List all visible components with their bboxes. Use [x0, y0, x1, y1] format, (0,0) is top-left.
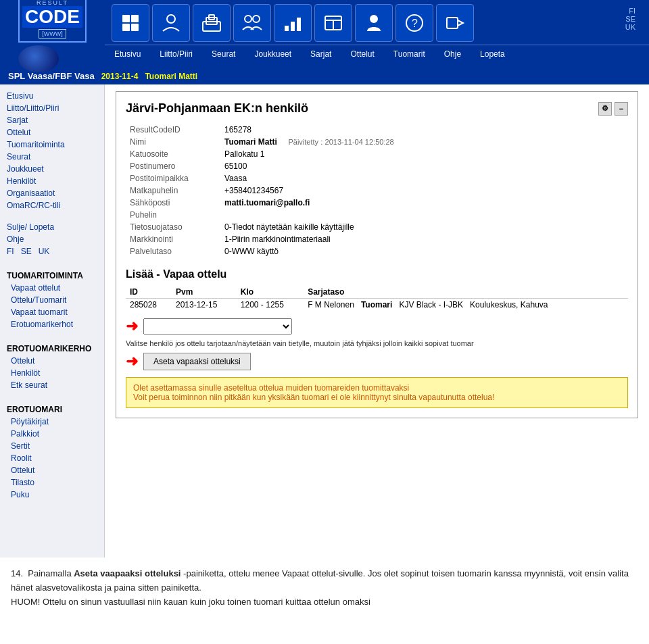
aseta-vapaaksi-button[interactable]: Aseta vapaaksi otteluksi [143, 353, 251, 370]
sidebar-erotuomari-ottelut[interactable]: Ottelut [0, 464, 104, 476]
svg-point-8 [245, 16, 251, 22]
match-sarjataso: F M Nelonen Tuomari KJV Black - I-JBK Ko… [304, 299, 628, 312]
nav-tuomarit[interactable]: Tuomarit [384, 45, 435, 63]
lang-uk[interactable]: UK [625, 23, 635, 31]
svg-point-16 [370, 15, 378, 23]
sidebar-roolit[interactable]: Roolit [0, 452, 104, 464]
sidebar-etk-henkilot[interactable]: Henkilöt [0, 367, 104, 379]
nav-ohje[interactable]: Ohje [435, 45, 471, 63]
nav-joukkueet[interactable]: Joukkueet [245, 45, 301, 63]
nav-etusivu[interactable]: Etusivu [105, 45, 150, 63]
sidebar-seurat[interactable]: Seurat [0, 151, 104, 163]
sidebar-sarjat[interactable]: Sarjat [0, 114, 104, 126]
nav-liitto[interactable]: Liitto/Piiri [150, 45, 202, 63]
footer-paragraph: 14. Painamalla Aseta vaapaaksi otteluksi… [11, 567, 638, 609]
lang-se[interactable]: SE [625, 15, 635, 23]
tuomarit-icon [362, 11, 386, 35]
header: RESULT CODE [WWW] [0, 0, 649, 68]
label-katuosoite: Katuosoite [126, 148, 220, 160]
sidebar-sertit[interactable]: Sertit [0, 440, 104, 452]
sidebar-liitto[interactable]: Liitto/Liitto/Piiri [0, 102, 104, 114]
nav-lopeta[interactable]: Lopeta [471, 45, 514, 63]
button-row: ➜ Aseta vapaaksi otteluksi [126, 353, 628, 370]
nav-seurat[interactable]: Seurat [202, 45, 245, 63]
value-postitoimipaikka: Vaasa [220, 172, 628, 184]
sidebar-sulje[interactable]: Sulje/ Lopeta [0, 221, 104, 233]
page-title: Järvi-Pohjanmaan EK:n henkilö [126, 101, 308, 116]
svg-rect-3 [131, 24, 139, 31]
label-markkinointi: Markkinointi [126, 233, 220, 245]
person-dropdown[interactable] [143, 318, 292, 335]
nav-icon-ohje[interactable]: ? [395, 4, 433, 42]
sidebar: Etusivu Liitto/Liitto/Piiri Sarjat Ottel… [0, 84, 105, 558]
table-row: Postitoimipaikka Vaasa [126, 172, 628, 184]
sidebar-omarc[interactable]: OmaRC/RC-tili [0, 199, 104, 212]
svg-point-9 [253, 16, 260, 22]
title-icon-group: ⚙ − [598, 102, 628, 116]
nav-icon-lopeta[interactable] [436, 4, 474, 42]
nav-icon-tuomarit[interactable] [355, 4, 393, 42]
sidebar-etk-ottelut[interactable]: Ottelut [0, 355, 104, 367]
sidebar-henkilot[interactable]: Henkilöt [0, 175, 104, 187]
value-sahkoposti: matti.tuomari@pallo.fi [220, 197, 628, 209]
etusivu-icon [118, 11, 143, 35]
label-postitoimipaikka: Postitoimipaikka [126, 172, 220, 184]
value-puhelin [220, 209, 628, 221]
value-resultcodeid: 165278 [220, 124, 628, 136]
minimize-icon-btn[interactable]: − [615, 102, 628, 116]
sidebar-poytakirjat[interactable]: Pöytäkirjat [0, 416, 104, 428]
logo-code-text: CODE [22, 6, 82, 28]
svg-rect-12 [297, 18, 301, 31]
sidebar-etk-seurat[interactable]: Etk seurat [0, 379, 104, 391]
sidebar-organisaatiot[interactable]: Organisaatiot [0, 187, 104, 199]
sidebar-palkkiot[interactable]: Palkkiot [0, 428, 104, 440]
label-sahkoposti: Sähköposti [126, 197, 220, 209]
sidebar-ohje[interactable]: Ohje [0, 233, 104, 245]
nimi-value: Tuomari Matti [224, 137, 277, 147]
sidebar-ottelut[interactable]: Ottelut [0, 126, 104, 139]
sidebar-tuomaritoiminta[interactable]: Tuomaritoiminta [0, 139, 104, 151]
ottelut-icon [321, 11, 345, 35]
nav-icon-etusivu[interactable] [112, 4, 149, 42]
sidebar-puku[interactable]: Puku [0, 489, 104, 501]
table-row: Palvelutaso 0-WWW käyttö [126, 245, 628, 257]
table-row: Markkinointi 1-Piirin markkinointimateri… [126, 233, 628, 245]
content-title-row: Järvi-Pohjanmaan EK:n henkilö ⚙ − [126, 101, 628, 116]
nav-ottelut[interactable]: Ottelut [341, 45, 383, 63]
svg-point-4 [167, 15, 175, 23]
svg-rect-1 [131, 15, 139, 22]
table-row: Postinumero 65100 [126, 160, 628, 172]
svg-rect-19 [447, 18, 458, 28]
svg-text:?: ? [412, 18, 418, 29]
match-table-header-row: ID Pvm Klo Sarjataso [126, 286, 628, 299]
main-layout: Etusivu Liitto/Liitto/Piiri Sarjat Ottel… [0, 84, 649, 558]
red-arrow-icon: ➜ [126, 318, 138, 335]
match-table: ID Pvm Klo Sarjataso 285028 2013-12-15 1… [126, 286, 628, 311]
updated-label: Päivitetty : [288, 138, 322, 146]
liitto-icon [159, 11, 183, 35]
settings-icon-btn[interactable]: ⚙ [598, 102, 612, 116]
nav-sarjat[interactable]: Sarjat [301, 45, 341, 63]
sidebar-vapaat-ottelut[interactable]: Vapaat ottelut [0, 282, 104, 294]
nav-icon-seurat[interactable] [193, 4, 231, 42]
warning-line2: Voit perua toiminnon niin pitkään kun yk… [133, 393, 621, 402]
content-box: Järvi-Pohjanmaan EK:n henkilö ⚙ − Result… [116, 91, 638, 418]
sidebar-etusivu[interactable]: Etusivu [0, 90, 104, 102]
nav-icon-sarjat[interactable] [274, 4, 312, 42]
nav-icon-joukkueet[interactable] [233, 4, 271, 42]
sidebar-erotuomarikerhot[interactable]: Erotuomarikerhot [0, 318, 104, 330]
nav-icon-liitto[interactable] [152, 4, 190, 42]
sidebar-ottelu-tuomarit[interactable]: Ottelu/Tuomarit [0, 294, 104, 306]
sidebar-section-erotuomarikerho: EROTUOMARIKERHO [0, 340, 104, 355]
nav-top: ? FI SE UK Etusivu Liitto/Piiri Seurat [105, 0, 649, 68]
sidebar-tilasto[interactable]: Tilasto [0, 476, 104, 489]
sidebar-vapaat-tuomarit[interactable]: Vapaat tuomarit [0, 306, 104, 318]
col-pvm: Pvm [172, 286, 237, 299]
logo-area: RESULT CODE [WWW] [0, 0, 105, 68]
lisaa-title: Lisää - Vapaa ottelu [126, 268, 628, 280]
lang-fi[interactable]: FI [629, 7, 635, 15]
nav-bar: Etusivu Liitto/Piiri Seurat Joukkueet Sa… [105, 45, 649, 63]
nav-icon-ottelut[interactable] [314, 4, 352, 42]
sidebar-joukkueet[interactable]: Joukkueet [0, 163, 104, 175]
sidebar-lang[interactable]: FI SE UK [0, 245, 104, 257]
